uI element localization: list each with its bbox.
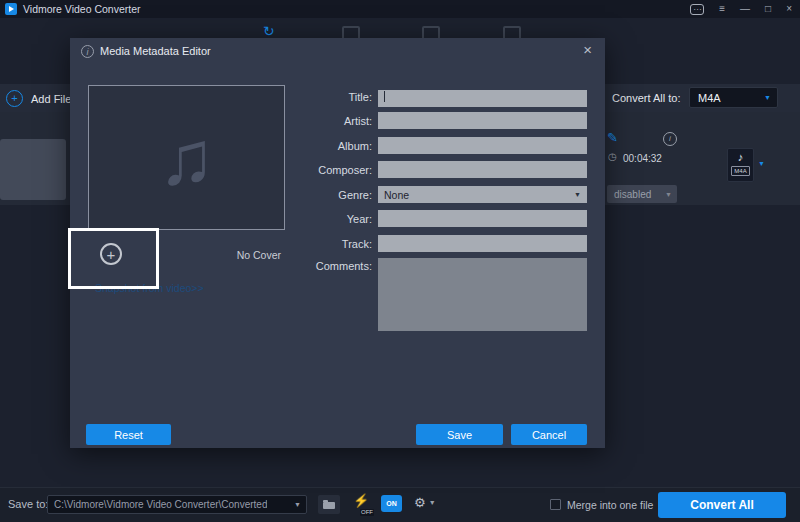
track-label: Track: xyxy=(292,238,372,250)
add-files-plus-icon: + xyxy=(6,90,23,107)
merge-label: Merge into one file xyxy=(567,499,653,511)
maximize-icon[interactable]: □ xyxy=(765,0,771,18)
merge-checkbox[interactable] xyxy=(550,499,561,510)
album-field-row: Album: xyxy=(292,137,587,154)
music-note-icon: ♪ xyxy=(728,149,753,166)
save-to-label: Save to: xyxy=(8,498,48,510)
gear-icon: ⚙ xyxy=(414,495,426,510)
close-icon[interactable]: × xyxy=(786,0,792,18)
artist-field-row: Artist: xyxy=(292,112,587,129)
gpu-on-button[interactable]: ON xyxy=(381,495,402,512)
title-input-wrap xyxy=(378,88,587,105)
app-window: Vidmore Video Converter ⋯ ≡ — □ × ↻ + Ad… xyxy=(0,0,800,522)
hardware-acceleration-button[interactable]: ⚡ OFF xyxy=(349,493,373,517)
folder-icon xyxy=(323,502,335,509)
composer-field-row: Composer: xyxy=(292,161,587,178)
settings-button[interactable]: ⚙ ▼ xyxy=(414,495,436,510)
dialog-info-icon: i xyxy=(81,45,94,58)
acceleration-off-badge: OFF xyxy=(360,509,374,516)
feedback-icon[interactable]: ⋯ xyxy=(690,4,704,15)
format-badge-chevron-icon[interactable]: ▼ xyxy=(758,160,765,167)
album-input[interactable] xyxy=(378,137,587,154)
convert-all-to-label: Convert All to: xyxy=(612,92,680,104)
genre-dropdown-value: None xyxy=(384,189,409,201)
year-input[interactable] xyxy=(378,210,587,227)
app-title: Vidmore Video Converter xyxy=(23,3,141,15)
file-duration: 00:04:32 xyxy=(623,153,662,164)
album-label: Album: xyxy=(292,140,372,152)
genre-field-row: Genre: None ▼ xyxy=(292,186,587,203)
artist-label: Artist: xyxy=(292,115,372,127)
composer-input[interactable] xyxy=(378,161,587,178)
info-icon[interactable]: i xyxy=(663,132,677,146)
cancel-button[interactable]: Cancel xyxy=(511,424,587,445)
clock-icon: ◷ xyxy=(608,151,617,162)
output-format-badge[interactable]: ♪ M4A xyxy=(727,148,754,182)
file-thumbnail xyxy=(0,139,66,200)
chevron-down-icon: ▼ xyxy=(764,94,771,101)
track-field-row: Track: xyxy=(292,235,587,252)
subtitle-dropdown-value: disabled xyxy=(614,189,651,200)
title-label: Title: xyxy=(292,91,372,103)
composer-label: Composer: xyxy=(292,164,372,176)
convert-all-button[interactable]: Convert All xyxy=(658,492,786,518)
subtitle-dropdown[interactable]: disabled ▼ xyxy=(607,185,677,203)
music-note-icon: ♫ xyxy=(158,120,215,196)
comments-field-row: Comments: xyxy=(292,258,587,331)
edit-metadata-icon[interactable]: ✎ xyxy=(607,130,618,145)
titlebar-controls: ⋯ ≡ — □ × xyxy=(690,0,792,18)
chevron-down-icon: ▼ xyxy=(429,499,436,506)
titlebar: Vidmore Video Converter ⋯ ≡ — □ × xyxy=(0,0,800,18)
comments-textarea[interactable] xyxy=(378,258,587,331)
open-folder-button[interactable] xyxy=(318,495,340,514)
chevron-down-icon: ▼ xyxy=(665,191,672,198)
genre-dropdown[interactable]: None ▼ xyxy=(378,186,587,203)
app-logo-icon xyxy=(5,3,17,15)
annotation-highlight-box xyxy=(68,228,159,289)
lightning-icon: ⚡ xyxy=(353,493,369,508)
output-format-value: M4A xyxy=(698,92,721,104)
year-label: Year: xyxy=(292,213,372,225)
genre-label: Genre: xyxy=(292,189,372,201)
output-path-value: C:\Vidmore\Vidmore Video Converter\Conve… xyxy=(54,499,267,510)
chevron-down-icon: ▼ xyxy=(574,191,581,198)
text-caret xyxy=(384,91,385,102)
output-path-dropdown[interactable]: C:\Vidmore\Vidmore Video Converter\Conve… xyxy=(47,495,307,514)
comments-label: Comments: xyxy=(292,260,372,272)
bottom-bar: Save to: C:\Vidmore\Vidmore Video Conver… xyxy=(0,487,800,522)
track-input[interactable] xyxy=(378,235,587,252)
title-input[interactable] xyxy=(378,90,587,107)
reset-button[interactable]: Reset xyxy=(86,424,171,445)
save-button[interactable]: Save xyxy=(416,424,503,445)
title-field-row: Title: xyxy=(292,88,587,105)
output-format-dropdown[interactable]: M4A ▼ xyxy=(689,87,778,108)
dialog-title: Media Metadata Editor xyxy=(100,45,211,57)
chevron-down-icon: ▼ xyxy=(294,501,301,508)
dialog-close-icon[interactable]: × xyxy=(583,41,592,58)
menu-icon[interactable]: ≡ xyxy=(719,0,725,18)
tab-converter-icon[interactable]: ↻ xyxy=(263,23,275,39)
format-badge-label: M4A xyxy=(731,166,750,176)
minimize-icon[interactable]: — xyxy=(740,0,750,18)
artist-input[interactable] xyxy=(378,112,587,129)
year-field-row: Year: xyxy=(292,210,587,227)
cover-art-placeholder: ♫ xyxy=(88,85,285,230)
add-files-button[interactable]: + Add Files xyxy=(6,90,77,107)
